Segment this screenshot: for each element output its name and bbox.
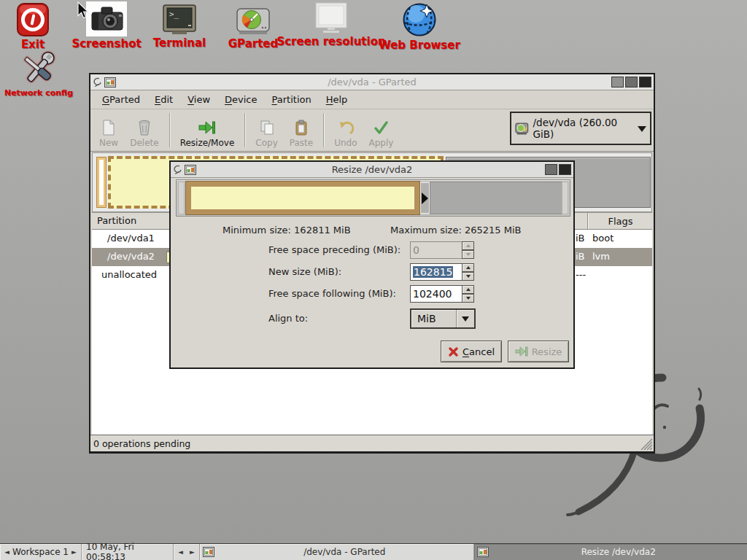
icon-label-web-browser: Web Browser: [379, 39, 460, 52]
toolbar-separator: [323, 113, 324, 147]
crt-terminal-icon: >_: [162, 4, 197, 36]
window-title: /dev/vda - GParted: [90, 77, 654, 88]
paste-icon: [293, 119, 309, 136]
chevron-down-icon: [462, 316, 469, 325]
column-header-partition[interactable]: Partition: [97, 215, 136, 226]
new-size-input[interactable]: 162815: [410, 263, 462, 281]
undo-icon: [338, 119, 354, 136]
slider-left-margin: [178, 182, 185, 214]
workspace-prev-icon[interactable]: ◄: [4, 549, 9, 556]
free-space-preceding-label: Free space preceding (MiB):: [268, 244, 400, 255]
icon-label-network-config: Network config: [4, 88, 73, 98]
maximize-button[interactable]: [545, 164, 557, 175]
desktop-icon-exit[interactable]: Exit: [12, 2, 53, 51]
partition-block-vda1[interactable]: [96, 157, 107, 208]
device-selector[interactable]: /dev/vda (260.00 GiB): [510, 112, 651, 145]
free-space-following-spinner[interactable]: [462, 285, 474, 303]
taskbar-item-resize-dialog[interactable]: Resize /dev/vda2: [474, 544, 747, 560]
arrow-right-icon: [422, 192, 428, 204]
gparted-mini-icon: [477, 547, 489, 557]
iconify-button[interactable]: [611, 77, 624, 88]
copy-button[interactable]: Copy: [249, 109, 283, 151]
minimum-size-text: Minimum size: 162811 MiB: [222, 225, 351, 236]
camera-icon: [86, 1, 127, 36]
dialog-titlebar[interactable]: Resize /dev/vda2: [171, 162, 573, 178]
drive-gauge-icon: [235, 6, 271, 36]
desktop-icon-web-browser[interactable]: Web Browser: [377, 1, 462, 52]
toolbar-separator: [244, 113, 245, 147]
free-space-preceding-input[interactable]: 0: [410, 241, 462, 259]
desktop-icon-screenshot[interactable]: Screenshot: [79, 1, 134, 50]
cancel-button[interactable]: Cancel: [441, 341, 502, 362]
desktop-icon-terminal[interactable]: >_ Terminal: [148, 4, 211, 50]
desktop-icon-gparted[interactable]: GParted: [222, 6, 284, 50]
apply-button[interactable]: Apply: [363, 109, 400, 151]
close-button[interactable]: [639, 77, 651, 88]
paste-button[interactable]: Paste: [284, 109, 319, 151]
taskbar-item-title: Resize /dev/vda2: [493, 547, 745, 557]
debian-glyph-icon: [173, 164, 182, 175]
task-scroll-controls[interactable]: ◄ ►: [174, 544, 200, 560]
cancel-x-icon: [448, 346, 459, 357]
operations-pending-text: 0 operations pending: [93, 438, 190, 449]
scroll-right-icon[interactable]: ►: [190, 549, 195, 556]
resize-move-icon: [198, 119, 216, 136]
resize-grip[interactable]: [640, 438, 653, 451]
desktop-icon-screen-resolution[interactable]: Screen resolution: [283, 1, 379, 48]
selected-text: 162815: [413, 266, 453, 278]
menu-help[interactable]: Help: [319, 92, 355, 107]
slider-resize-handle[interactable]: [420, 182, 430, 214]
gparted-titlebar[interactable]: /dev/vda - GParted: [90, 74, 654, 90]
taskbar-item-gparted[interactable]: /dev/vda - GParted: [200, 544, 474, 560]
icon-label-exit: Exit: [21, 38, 44, 51]
chevron-down-icon: [638, 126, 646, 136]
gparted-mini-icon: [185, 165, 196, 175]
gparted-mini-icon: [203, 547, 214, 557]
menu-gparted[interactable]: GParted: [95, 92, 147, 107]
menu-partition[interactable]: Partition: [265, 92, 319, 107]
scroll-left-icon[interactable]: ◄: [178, 549, 183, 556]
menu-edit[interactable]: Edit: [147, 92, 180, 107]
menu-device[interactable]: Device: [217, 92, 264, 107]
delete-button[interactable]: Delete: [124, 109, 164, 151]
resize-arrow-icon: [515, 346, 528, 357]
align-to-value: MiB: [417, 313, 436, 324]
toolbar: New Delete: [90, 109, 654, 152]
menu-view[interactable]: View: [180, 92, 217, 107]
debian-glyph-icon: [93, 77, 102, 88]
spin-down-icon[interactable]: [462, 294, 474, 303]
new-size-label: New size (MiB):: [268, 266, 341, 277]
undo-button[interactable]: Undo: [328, 109, 363, 151]
column-header-flags[interactable]: Flags: [587, 213, 653, 229]
close-button[interactable]: [559, 164, 571, 175]
spin-up-icon[interactable]: [462, 285, 474, 294]
align-to-dropdown[interactable]: MiB: [410, 308, 476, 329]
desktop-icon-network-config[interactable]: Network config: [6, 51, 71, 98]
trash-icon: [136, 119, 152, 136]
new-button[interactable]: New: [93, 109, 124, 151]
statusbar: 0 operations pending: [90, 435, 654, 451]
slider-right-margin: [562, 182, 568, 214]
maximize-button[interactable]: [625, 77, 638, 88]
resize-move-button[interactable]: Resize/Move: [174, 109, 241, 151]
spin-up-icon[interactable]: [462, 263, 474, 272]
workspace-label: Workspace 1: [12, 547, 69, 557]
workspace-switcher[interactable]: ◄ Workspace 1 ►: [0, 544, 82, 560]
gparted-mini-icon: [104, 77, 116, 88]
hard-drive-icon: [515, 122, 530, 136]
spin-down-icon[interactable]: [462, 272, 474, 281]
new-size-spinner[interactable]: [462, 263, 474, 281]
align-to-label: Align to:: [268, 313, 308, 324]
crossed-tools-icon: [18, 51, 60, 88]
globe-icon: [400, 1, 439, 38]
free-space-following-input[interactable]: 102400: [410, 285, 462, 303]
spin-up-icon[interactable]: [462, 241, 474, 250]
free-space-preceding-spinner[interactable]: [462, 241, 474, 259]
resize-button-disabled[interactable]: Resize: [508, 341, 569, 362]
slider-free-space-area[interactable]: [430, 182, 562, 214]
spin-down-icon[interactable]: [462, 250, 474, 259]
icon-label-screenshot: Screenshot: [71, 37, 141, 50]
slider-partition-area[interactable]: [185, 181, 420, 215]
dropdown-separator: [456, 310, 457, 327]
workspace-next-icon[interactable]: ►: [71, 549, 77, 556]
